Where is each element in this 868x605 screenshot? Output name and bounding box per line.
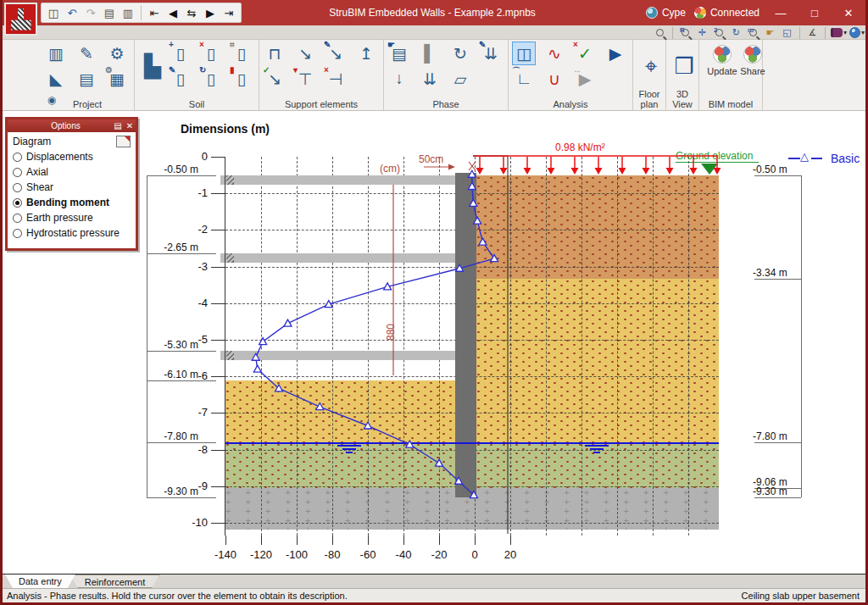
results-graph-icon[interactable]: ∟⌒ <box>512 67 536 91</box>
soil-layer-template-icon[interactable]: ▯⌗ <box>230 42 253 65</box>
partial-analysis-icon[interactable]: ▶↔ <box>573 67 597 91</box>
add-anchor-icon[interactable]: ↘ <box>293 42 317 65</box>
diagram-properties-icon[interactable] <box>116 136 131 147</box>
report-tables-icon[interactable]: ▦⚙ <box>105 67 129 91</box>
zoom-window-tool[interactable]: ▭ <box>746 26 760 40</box>
redraw-tool[interactable]: ↻ <box>729 26 743 40</box>
edit-anchor-icon[interactable]: ↘✎ <box>324 42 348 65</box>
diagram-option-displacements[interactable]: Displacements <box>13 151 131 163</box>
y-tick-label: -3 <box>172 260 208 274</box>
code-check-icon[interactable]: ✓× <box>573 42 597 65</box>
ground-elevation-marker-icon <box>701 164 718 175</box>
phase-loads-icon[interactable]: ⇊ <box>418 67 442 91</box>
calculate-icon[interactable]: ▶ <box>604 42 627 65</box>
radio-dot <box>15 201 19 205</box>
y-tick <box>211 523 225 524</box>
search-tool[interactable] <box>653 26 667 40</box>
gridline-vertical <box>368 157 369 536</box>
go-first-button[interactable]: ⇤ <box>146 4 163 21</box>
excavation-step-icon[interactable]: ▌ <box>418 42 442 65</box>
app-icon[interactable] <box>4 3 37 36</box>
cype-account[interactable]: Cype <box>646 7 686 19</box>
lower-level-icon[interactable]: ↓ <box>387 67 411 91</box>
delete-support-icon[interactable]: ⊣× <box>324 67 348 91</box>
section-envelope-icon[interactable]: ∪ <box>542 67 566 91</box>
close-button[interactable]: ✕ <box>836 3 861 22</box>
delete-soil-layer-icon[interactable]: ▯× <box>199 42 223 65</box>
add-soil-layer-icon[interactable]: ▯+ <box>169 42 192 65</box>
bim-share-icon[interactable]: Share <box>733 42 772 76</box>
edit-project-icon[interactable]: ✎ <box>75 42 98 65</box>
options-help-icon[interactable]: ▤ <box>112 121 124 130</box>
go-phase-button[interactable]: ⇆ <box>183 4 200 21</box>
level-tick-right <box>754 442 801 443</box>
project-walls-icon[interactable]: ▥ <box>44 42 68 65</box>
diagram-option-shear[interactable]: Shear <box>13 181 131 193</box>
save-button[interactable]: ◫ <box>45 4 62 21</box>
raise-support-icon[interactable]: ↥ <box>354 42 378 65</box>
web-menu[interactable]: ▾ <box>849 26 865 40</box>
edit-soil-layer-icon[interactable]: ▯✎ <box>169 67 192 91</box>
go-previous-button[interactable]: ◀ <box>164 4 181 21</box>
tab-reinforcement[interactable]: Reinforcement <box>70 574 160 588</box>
x-tick <box>261 536 262 545</box>
water-symbol-left <box>337 445 361 453</box>
anchor-check-icon[interactable]: ↘✓ <box>263 67 287 91</box>
general-settings-icon[interactable]: ⚙ <box>105 42 129 65</box>
edit-loads-icon[interactable]: ⇊✎ <box>479 42 503 65</box>
x-tick-label: -140 <box>207 548 244 562</box>
connection-status[interactable]: Connected <box>694 7 760 19</box>
send-view-tool[interactable]: ◱ <box>780 26 794 40</box>
level-tick-left <box>147 442 216 443</box>
diagrams-icon[interactable]: ◫ <box>512 42 536 65</box>
soil-profile-icon[interactable]: ▙ <box>138 42 167 91</box>
envelope-curve-icon[interactable]: ∿ <box>542 42 566 65</box>
ground-elevation-label: Ground elevation <box>676 150 759 163</box>
go-last-button[interactable]: ⇥ <box>220 4 237 21</box>
floor-plan-icon[interactable]: ⌖ <box>637 42 665 91</box>
phase-data-icon[interactable]: ▤☛ <box>387 42 411 65</box>
erase-phase-icon[interactable]: ▱ <box>448 67 472 91</box>
gridline-vertical <box>617 157 618 536</box>
maximize-button[interactable]: □ <box>802 3 827 22</box>
tab-data-entry[interactable]: Data entry <box>5 574 75 588</box>
go-next-button[interactable]: ▶ <box>202 4 219 21</box>
floor-slab-1 <box>220 253 455 263</box>
surcharge-label: 0.98 kN/m² <box>555 142 648 153</box>
diagram-option-axial[interactable]: Axial <box>13 166 131 178</box>
help-book-menu[interactable]: ▾ <box>831 26 847 40</box>
toolbar-separator <box>141 5 142 20</box>
options-panel-title: Options <box>19 121 112 130</box>
ribbon-group-items: UpdateShare <box>703 42 759 96</box>
options-close-icon[interactable]: ✕ <box>124 121 136 130</box>
slab-support-icon <box>226 351 234 360</box>
measure-tool[interactable]: ∡ <box>805 26 820 40</box>
soil-colors-icon[interactable]: ▯▮ <box>230 67 253 91</box>
zoom-extents-tool[interactable]: ✛ <box>695 26 709 40</box>
minimize-button[interactable]: — <box>768 3 793 22</box>
soil-fill-icon[interactable]: ◣ <box>44 67 68 91</box>
level-label-left-0: -0.50 m <box>149 164 198 175</box>
print-button[interactable]: ▤ <box>101 4 118 21</box>
pan-tool[interactable]: ☛ <box>763 26 777 40</box>
diagram-option-bending-moment[interactable]: Bending moment <box>13 197 131 208</box>
diagram-option-earth-pressure[interactable]: Earth pressure <box>13 212 131 224</box>
options-panel-titlebar[interactable]: Options ▤ ✕ <box>8 119 136 132</box>
rotate-soil-icon[interactable]: ▯↻ <box>199 67 223 91</box>
status-message: Analysis - Phase results. Hold the curso… <box>0 591 742 601</box>
wall-data-icon[interactable]: ▤ <box>75 67 98 91</box>
view-3d-icon[interactable]: ❒ <box>670 42 698 91</box>
print-config-button[interactable]: ▥ <box>120 4 136 21</box>
redo-button[interactable]: ↷ <box>82 4 99 21</box>
floor-slab-0 <box>220 175 455 185</box>
undo-button[interactable]: ↶ <box>64 4 81 21</box>
embedded-wall <box>455 173 476 497</box>
strut-level-icon[interactable]: ⊤▾ <box>293 67 317 91</box>
rotate-phase-icon[interactable]: ↻ <box>448 42 472 65</box>
gridline-vertical <box>297 157 298 536</box>
y-tick <box>211 486 225 487</box>
add-strut-icon[interactable]: ⊓ <box>263 42 287 65</box>
diagram-option-hydrostatic-pressure[interactable]: Hydrostatic pressure <box>13 227 131 239</box>
zoom-scale-tool[interactable]: 2 <box>712 26 726 40</box>
zoom-previous-tool[interactable]: R <box>678 26 693 40</box>
